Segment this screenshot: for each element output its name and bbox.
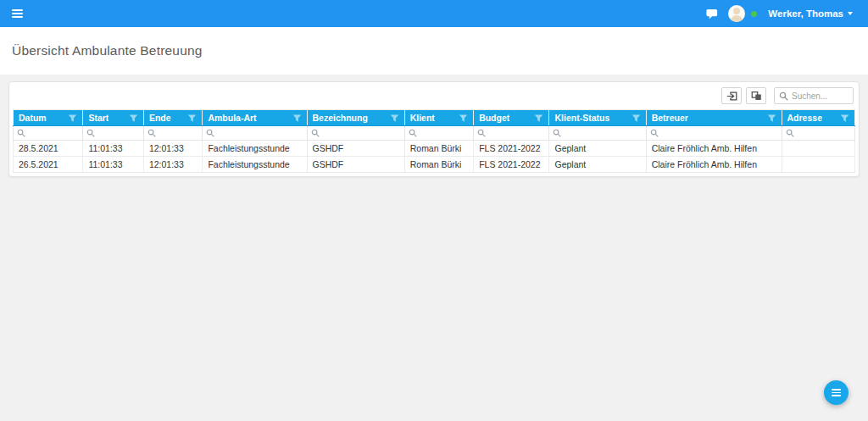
table-cell: FLS 2021-2022	[474, 157, 549, 173]
column-filter-cell-datum[interactable]	[14, 126, 83, 141]
export-button[interactable]	[721, 87, 742, 104]
column-header-start[interactable]: Start	[83, 110, 143, 126]
avatar-head	[733, 8, 740, 14]
page-title: Übersicht Ambulante Betreuung	[12, 43, 203, 58]
column-header-betreuer[interactable]: Betreuer	[646, 110, 782, 126]
table-cell: Geplant	[549, 141, 646, 157]
table-cell: 12:01:33	[143, 157, 203, 173]
column-header-klient-status[interactable]: Klient-Status	[549, 110, 646, 126]
column-filter-cell-betreuer[interactable]	[646, 126, 782, 141]
filter-funnel-icon[interactable]	[840, 114, 849, 123]
table-cell: Roman Bürki	[404, 141, 473, 157]
column-header-adresse[interactable]: Adresse	[782, 110, 854, 126]
table-cell: Fachleistungsstunde	[203, 157, 307, 173]
column-header-ende[interactable]: Ende	[143, 110, 203, 126]
column-chooser-button[interactable]	[746, 87, 766, 104]
column-filter-cell-klient[interactable]	[404, 126, 473, 141]
column-filter-input[interactable]	[28, 129, 79, 138]
search-icon	[477, 129, 486, 137]
table-cell: Claire Fröhlich Amb. Hilfen	[646, 157, 782, 173]
column-filter-cell-ende[interactable]	[143, 126, 203, 141]
search-icon	[311, 129, 320, 137]
table-row[interactable]: 26.5.202111:01:3312:01:33Fachleistungsst…	[14, 157, 855, 173]
grid-search-input[interactable]	[792, 91, 849, 101]
menu-button[interactable]	[10, 8, 25, 19]
grid-header-row: DatumStartEndeAmbula-ArtBezeichnungKlien…	[14, 110, 855, 126]
table-cell: 26.5.2021	[14, 157, 83, 173]
column-header-label: Klient-Status	[554, 113, 609, 123]
table-cell: GSHDF	[307, 157, 404, 173]
user-menu[interactable]: Werker, Thomas	[763, 8, 858, 19]
search-icon	[779, 91, 788, 101]
topbar-right: Werker, Thomas	[703, 5, 858, 22]
column-filter-input[interactable]	[488, 129, 545, 138]
user-name: Werker, Thomas	[768, 8, 843, 19]
filter-funnel-icon[interactable]	[68, 114, 77, 123]
avatar-shoulders	[731, 15, 743, 22]
search-icon	[17, 129, 25, 137]
search-icon	[650, 129, 659, 137]
table-cell: 28.5.2021	[14, 141, 83, 157]
column-header-label: Ambula-Art	[208, 113, 256, 123]
chat-button[interactable]	[703, 8, 722, 19]
column-filter-input[interactable]	[322, 129, 401, 138]
column-header-label: Betreuer	[652, 113, 688, 123]
search-icon	[86, 129, 95, 137]
fab-menu-button[interactable]	[824, 380, 849, 405]
filter-funnel-icon[interactable]	[632, 114, 641, 123]
column-header-label: Adresse	[787, 113, 822, 123]
topbar: Werker, Thomas	[0, 0, 868, 27]
table-cell: FLS 2021-2022	[474, 141, 549, 157]
column-filter-cell-adresse[interactable]	[782, 126, 854, 141]
column-header-label: Datum	[19, 113, 47, 123]
grid-toolbar	[13, 86, 855, 109]
filter-funnel-icon[interactable]	[390, 114, 399, 123]
search-icon	[147, 129, 156, 137]
filter-funnel-icon[interactable]	[459, 114, 468, 123]
app-root: Werker, Thomas Übersicht Ambulante Betre…	[0, 0, 868, 184]
column-header-datum[interactable]: Datum	[14, 110, 83, 126]
column-filter-input[interactable]	[97, 129, 139, 138]
column-filter-input[interactable]	[797, 129, 851, 138]
table-cell: Geplant	[549, 157, 646, 173]
filter-funnel-icon[interactable]	[129, 114, 138, 123]
filter-funnel-icon[interactable]	[292, 114, 302, 123]
column-filter-cell-start[interactable]	[83, 126, 143, 141]
data-grid: DatumStartEndeAmbula-ArtBezeichnungKlien…	[13, 109, 855, 173]
chevron-down-icon	[848, 12, 853, 15]
column-filter-cell-bezeichnung[interactable]	[307, 126, 404, 141]
search-icon	[206, 129, 214, 137]
column-filter-cell-ambula-art[interactable]	[203, 126, 307, 141]
filter-funnel-icon[interactable]	[767, 114, 776, 123]
column-header-label: Ende	[149, 113, 171, 123]
table-row[interactable]: 28.5.202111:01:3312:01:33Fachleistungsst…	[14, 141, 855, 157]
column-filter-input[interactable]	[420, 129, 470, 138]
column-header-label: Bezeichnung	[313, 113, 368, 123]
table-cell: Roman Bürki	[404, 157, 473, 173]
filter-funnel-icon[interactable]	[534, 114, 543, 123]
page-header: Übersicht Ambulante Betreuung	[0, 27, 868, 75]
data-grid-card: DatumStartEndeAmbula-ArtBezeichnungKlien…	[8, 81, 860, 177]
column-filter-input[interactable]	[661, 129, 778, 138]
table-cell: 11:01:33	[83, 157, 143, 173]
column-header-bezeichnung[interactable]: Bezeichnung	[307, 110, 404, 126]
column-chooser-icon	[751, 91, 762, 102]
column-header-ambula-art[interactable]: Ambula-Art	[203, 110, 307, 126]
table-cell	[782, 157, 854, 173]
column-filter-input[interactable]	[217, 129, 303, 138]
column-header-budget[interactable]: Budget	[474, 110, 549, 126]
column-filter-input[interactable]	[564, 129, 642, 138]
column-filter-cell-klient-status[interactable]	[549, 126, 646, 141]
filter-funnel-icon[interactable]	[187, 114, 197, 123]
grid-filter-row	[14, 126, 855, 141]
table-cell: Claire Fröhlich Amb. Hilfen	[646, 141, 782, 157]
column-header-klient[interactable]: Klient	[404, 110, 473, 126]
export-icon	[726, 91, 737, 102]
column-filter-input[interactable]	[159, 129, 199, 138]
avatar[interactable]	[728, 5, 745, 22]
online-status-dot	[751, 11, 757, 17]
table-cell	[782, 141, 854, 157]
search-icon	[409, 129, 417, 137]
column-filter-cell-budget[interactable]	[474, 126, 549, 141]
table-cell: 11:01:33	[83, 141, 143, 157]
